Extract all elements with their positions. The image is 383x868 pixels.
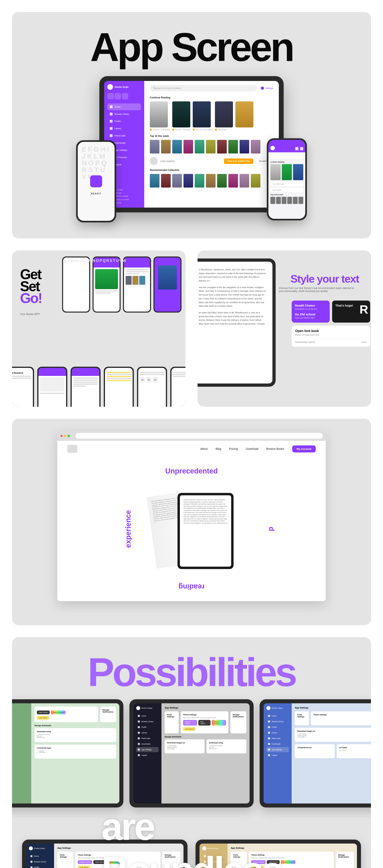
book-thumb[interactable] — [282, 197, 286, 204]
download-images-card[interactable]: Download images as ✓ Best Quality Medium… — [295, 728, 371, 742]
book-thumb[interactable] — [184, 140, 193, 153]
nav-home[interactable]: Home — [136, 713, 159, 718]
nav-browse[interactable]: Browse Library — [29, 859, 51, 864]
nav-downloads[interactable]: Downloads — [266, 741, 289, 747]
minimize-icon[interactable] — [64, 435, 66, 437]
nav-readlater[interactable]: Read Later — [107, 132, 141, 139]
default-theme-chip[interactable]: Default Theme — [183, 720, 197, 725]
book-thumb[interactable] — [217, 174, 227, 188]
book-thumb[interactable] — [270, 197, 275, 204]
book-thumb[interactable] — [293, 197, 298, 204]
nav-profile[interactable]: Profile — [266, 724, 289, 730]
close-icon[interactable] — [61, 435, 63, 437]
book-card[interactable]: 223 coins + Free thanks — [193, 101, 213, 131]
default-theme-chip[interactable]: Default Theme — [78, 860, 92, 864]
theme-settings-card[interactable]: Theme Settings Select your suitable them… — [181, 711, 228, 733]
book-thumb[interactable] — [195, 174, 204, 188]
book-thumb[interactable] — [228, 140, 238, 153]
notifications-card[interactable]: Manage Notifications — [336, 851, 354, 868]
audible-button[interactable]: Click to try Audible Free — [224, 158, 253, 164]
nav-home[interactable]: Home — [107, 103, 141, 110]
nav-profile[interactable]: Profile — [136, 724, 159, 730]
nav-readlater[interactable]: Read Later — [136, 736, 159, 741]
make-theme-chip[interactable]: Make a Theme — [212, 720, 226, 725]
badge-icon[interactable] — [107, 93, 114, 99]
nav-profile[interactable]: Profile — [107, 118, 141, 125]
book-thumb[interactable] — [172, 174, 182, 188]
download-using-card[interactable]: Download using ✓ Both Wifi & Cellular Wi… — [34, 728, 116, 742]
nav-library[interactable]: Library — [266, 730, 289, 735]
nav-about[interactable]: About — [200, 447, 208, 451]
nav-browse[interactable]: Browse Library — [266, 719, 289, 724]
book-thumb[interactable] — [195, 140, 204, 153]
open-font-card[interactable]: Open font book Plenty of what you'll lov… — [292, 326, 370, 347]
url-input[interactable] — [75, 433, 322, 439]
theme-settings-card[interactable]: Dark Theme Make a Theme Lime Yellow — [34, 707, 98, 722]
book-card[interactable] — [282, 164, 292, 180]
download-images-card[interactable]: Download images as ✓ Best Quality Medium… — [165, 739, 204, 753]
expand-icon[interactable] — [295, 147, 298, 150]
book-thumb[interactable] — [150, 140, 159, 153]
book-thumb[interactable] — [184, 174, 193, 188]
book-card[interactable] — [235, 101, 253, 131]
book-thumb[interactable] — [161, 140, 171, 153]
notifications-card[interactable]: Manage Notifications — [230, 711, 246, 733]
book-card[interactable] — [270, 164, 281, 180]
nav-profile[interactable]: Profile — [29, 865, 51, 868]
avatar-icon[interactable] — [270, 146, 275, 150]
nav-settings[interactable]: App Settings — [266, 747, 289, 752]
font-card-huge[interactable]: That's huge! R — [332, 301, 370, 322]
nav-home[interactable]: Home — [266, 713, 289, 718]
book-thumb[interactable] — [251, 174, 260, 188]
ads-card[interactable]: Ad TypesTurn off Ads — [337, 744, 371, 758]
search-input[interactable] — [270, 154, 303, 159]
fonts-card[interactable]: Fonts Settings — [295, 711, 309, 725]
book-card[interactable]: 78 coins + Free coins — [172, 101, 190, 131]
notifications-card[interactable]: Manage Notifications — [100, 707, 116, 722]
lime-chip[interactable]: Lime Yellow — [183, 727, 195, 731]
make-theme-chip[interactable]: Make a Theme — [281, 860, 295, 864]
fonts-card[interactable]: Fonts Settings — [57, 851, 73, 868]
download-using-card[interactable]: Download using ✓ Both Wifi & Cellular Wi… — [206, 739, 246, 753]
book-thumb[interactable] — [206, 174, 216, 188]
book-card[interactable]: 300 coins + Free thanks — [150, 101, 170, 131]
nav-download[interactable]: Download — [246, 447, 258, 451]
nav-browse[interactable]: Browse Library — [136, 719, 159, 724]
my-account-button[interactable]: My Account — [292, 445, 316, 453]
lime-chip[interactable]: Lime Yellow — [78, 866, 90, 868]
autoplay-card[interactable]: Autopreferences — [295, 744, 335, 758]
settings-link[interactable]: Settings — [261, 87, 273, 90]
book-thumb[interactable] — [217, 140, 227, 153]
voucher-pill[interactable]: Use voucher — [270, 188, 303, 192]
learn-link[interactable]: Learn — [361, 341, 366, 343]
badge-icon[interactable] — [122, 93, 128, 99]
book-thumb[interactable] — [298, 197, 303, 204]
book-thumb[interactable] — [240, 174, 249, 188]
nav-logout[interactable]: Logout — [266, 752, 289, 758]
book-card[interactable]: Harry Potter + — [215, 101, 233, 131]
nav-library[interactable]: Library — [136, 730, 159, 735]
book-thumb[interactable] — [287, 197, 292, 204]
nav-logout[interactable]: Logout — [136, 752, 159, 758]
nav-browse[interactable]: Browse Books — [266, 447, 284, 451]
search-input[interactable]: 🔍 Search for book or author — [150, 85, 257, 91]
connected-apps-card[interactable]: Connected Apps 1 LinkedIn 2 WhatsApp — [34, 745, 116, 758]
make-theme-chip[interactable]: Make a Theme — [51, 711, 65, 714]
nav-settings[interactable]: App Settings — [136, 747, 159, 752]
nav-library[interactable]: Library — [107, 125, 141, 132]
book-thumb[interactable] — [172, 140, 182, 153]
maximize-icon[interactable] — [68, 435, 70, 437]
theme-settings-card[interactable]: Theme Settings — [311, 711, 371, 725]
dark-theme-chip[interactable]: Dark Theme — [37, 711, 50, 714]
nav-blog[interactable]: Blog — [216, 447, 221, 451]
font-card-readit[interactable]: Readit Choice Something out of the box G… — [292, 301, 330, 322]
book-thumb[interactable] — [251, 140, 260, 153]
coins-pill[interactable]: Your 2200 coins — [270, 182, 303, 186]
nav-downloads[interactable]: Downloads — [136, 741, 159, 747]
book-thumb[interactable] — [206, 140, 216, 153]
book-card[interactable] — [293, 164, 303, 180]
dark-theme-chip[interactable]: Dark Theme — [198, 720, 211, 725]
gear-icon[interactable] — [300, 147, 303, 150]
nav-home[interactable]: Home — [29, 854, 51, 859]
fonts-card[interactable]: Fonts Settings — [165, 711, 179, 733]
